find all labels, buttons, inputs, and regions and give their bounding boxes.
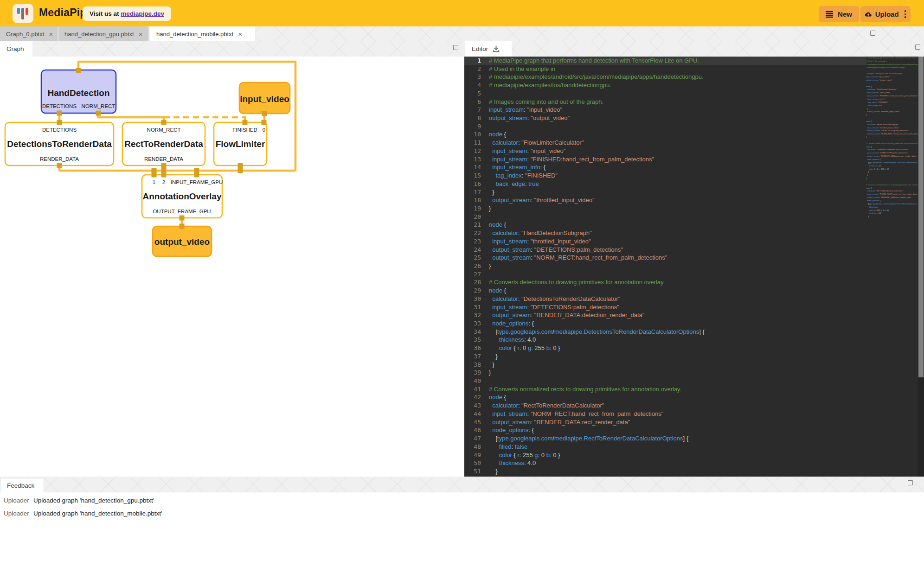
code-line[interactable]: 9 bbox=[464, 122, 924, 131]
close-tab-icon[interactable]: × bbox=[139, 31, 143, 38]
close-tab-icon[interactable]: × bbox=[49, 31, 53, 38]
line-number: 8 bbox=[464, 114, 481, 122]
code-line[interactable]: 3# mediapipie/examples/android/src/java/… bbox=[464, 73, 924, 81]
line-number: 13 bbox=[464, 155, 481, 164]
graph-node-AnnotationOverlay[interactable]: AnnotationOverlay12INPUT_FRAME_GPUOUTPUT… bbox=[142, 175, 223, 218]
line-number: 48 bbox=[464, 443, 481, 451]
code-line[interactable]: 25 output_stream: "NORM_RECT:hand_rect_f… bbox=[464, 254, 924, 262]
code-line[interactable]: 45 output_stream: "RENDER_DATA:rect_rend… bbox=[464, 418, 924, 427]
line-number: 19 bbox=[464, 204, 481, 213]
more-options-icon[interactable] bbox=[905, 10, 906, 18]
tab-graph[interactable]: Graph bbox=[0, 41, 32, 57]
port-marker bbox=[238, 163, 243, 168]
mediapipe-dev-link[interactable]: mediapipe.dev bbox=[121, 10, 164, 17]
code-line[interactable]: 34 [type.googleapis.com/mediapipe.Detect… bbox=[464, 328, 924, 336]
code-line[interactable]: 42node { bbox=[464, 393, 924, 401]
graph-node-HandDetection[interactable]: HandDetectionDETECTIONSNORM_RECT bbox=[41, 70, 116, 113]
code-line[interactable]: 35 thickness: 4.0 bbox=[464, 336, 924, 344]
code-line[interactable]: 13 input_stream: "FINISHED:hand_rect_fro… bbox=[464, 155, 924, 164]
code-line[interactable]: 24 output_stream: "DETECTIONS:palm_detec… bbox=[464, 246, 924, 254]
code-line[interactable]: 26} bbox=[464, 262, 924, 270]
code-line[interactable]: 33 node_options: { bbox=[464, 319, 924, 328]
code-line[interactable]: 22 calculator: "HandDetectionSubgraph" bbox=[464, 229, 924, 237]
code-line[interactable]: 46 node_options: { bbox=[464, 426, 924, 434]
graph-node-input_video[interactable]: input_video bbox=[239, 83, 290, 114]
new-button[interactable]: New bbox=[819, 6, 859, 22]
code-line[interactable]: 39} bbox=[464, 369, 924, 377]
graph-canvas[interactable]: HandDetectionDETECTIONSNORM_RECTinput_vi… bbox=[0, 57, 464, 477]
code-line[interactable]: 23 input_stream: "throttled_input_video" bbox=[464, 237, 924, 246]
code-line[interactable]: 30 calculator: "DetectionsToRenderDataCa… bbox=[464, 295, 924, 303]
code-line[interactable]: 16 back_edge: true bbox=[464, 180, 924, 188]
code-line[interactable]: 6# Images coming into and out of the gra… bbox=[464, 98, 924, 106]
code-line[interactable]: 21node { bbox=[464, 221, 924, 229]
node-title: AnnotationOverlay bbox=[143, 191, 222, 201]
node-input-port-label: 0 bbox=[263, 127, 265, 133]
line-number: 6 bbox=[464, 98, 481, 106]
code-line[interactable]: 43 calculator: "RectToRenderDataCalculat… bbox=[464, 401, 924, 410]
code-line[interactable]: 50 thickness: 4.0 bbox=[464, 459, 924, 467]
code-line[interactable]: 36 color { r: 0 g: 255 b: 0 } bbox=[464, 344, 924, 352]
code-line[interactable]: 8output_stream: "output_video" bbox=[464, 114, 924, 122]
code-line[interactable]: 32 output_stream: "RENDER_DATA:detection… bbox=[464, 311, 924, 319]
code-line[interactable]: 7input_stream: "input_video" bbox=[464, 106, 924, 114]
code-line[interactable]: 27 bbox=[464, 270, 924, 279]
code-line[interactable]: 10node { bbox=[464, 130, 924, 139]
code-text: color { r: 0 g: 255 b: 0 } bbox=[489, 344, 560, 352]
popout-window-icon-editor[interactable] bbox=[915, 45, 920, 50]
visit-badge: Visit us at mediapipe.dev bbox=[83, 6, 171, 21]
code-line[interactable]: 40 bbox=[464, 377, 924, 385]
code-line[interactable]: 48 filled: false bbox=[464, 443, 924, 451]
line-number: 5 bbox=[464, 89, 481, 98]
node-title: DetectionsToRenderData bbox=[7, 139, 112, 149]
code-line[interactable]: 11 calculator: "FlowLimiterCalculator" bbox=[464, 139, 924, 147]
code-line[interactable]: 19} bbox=[464, 204, 924, 213]
code-line[interactable]: 29node { bbox=[464, 286, 924, 295]
code-lines[interactable]: 1# MediaPipe graph that performs hand de… bbox=[464, 57, 924, 476]
code-line[interactable]: 49 color { r: 255 g: 0 b: 0 } bbox=[464, 451, 924, 459]
code-line[interactable]: 5 bbox=[464, 89, 924, 98]
graph-node-FlowLimiter[interactable]: FlowLimiterFINISHED0 bbox=[214, 122, 267, 166]
code-line[interactable]: 51 } bbox=[464, 467, 924, 476]
code-line[interactable]: 44 input_stream: "NORM_RECT:hand_rect_fr… bbox=[464, 410, 924, 418]
code-line[interactable]: 18 output_stream: "throttled_input_video… bbox=[464, 196, 924, 204]
code-line[interactable]: 17 } bbox=[464, 188, 924, 197]
close-tab-icon[interactable]: × bbox=[238, 31, 242, 38]
download-icon[interactable] bbox=[492, 45, 500, 53]
code-line[interactable]: 28# Converts detections to drawing primi… bbox=[464, 278, 924, 286]
editor-scrollbar[interactable] bbox=[918, 57, 924, 477]
line-number: 33 bbox=[464, 319, 481, 328]
port-marker bbox=[152, 168, 157, 173]
file-tab-2[interactable]: hand_detection_mobile.pbtxt× bbox=[150, 26, 255, 41]
code-line[interactable]: 20 bbox=[464, 213, 924, 221]
code-line[interactable]: 4# mediapipie/examples/ios/handdetection… bbox=[464, 81, 924, 89]
code-line[interactable]: 37 } bbox=[464, 352, 924, 361]
code-line[interactable]: 38 } bbox=[464, 361, 924, 369]
code-line[interactable]: 47 [type.googleapis.com/mediapipe.RectTo… bbox=[464, 434, 924, 443]
popout-window-icon-feedback[interactable] bbox=[908, 480, 913, 485]
graph-node-output_video[interactable]: output_video bbox=[153, 226, 212, 256]
popout-window-icon-graph[interactable] bbox=[453, 45, 458, 50]
feedback-source: Uploader bbox=[4, 510, 29, 517]
code-text: filled: false bbox=[489, 443, 527, 451]
popout-window-icon-tabs[interactable] bbox=[870, 31, 875, 36]
code-line[interactable]: 1# MediaPipe graph that performs hand de… bbox=[464, 57, 924, 65]
code-line[interactable]: 2# Used in the example in bbox=[464, 65, 924, 73]
code-line[interactable]: 41# Converts normalized rects to drawing… bbox=[464, 385, 924, 394]
code-line[interactable]: 14 input_stream_info: { bbox=[464, 163, 924, 172]
graph-node-RectToRenderData[interactable]: RectToRenderDataNORM_RECTRENDER_DATA bbox=[122, 122, 205, 166]
code-line[interactable]: 15 tag_index: "FINISHED" bbox=[464, 172, 924, 180]
upload-button[interactable]: Upload bbox=[860, 6, 911, 22]
file-tab-label: Graph_0.pbtxt bbox=[6, 31, 44, 38]
scrollbar-thumb[interactable] bbox=[918, 57, 924, 377]
tab-editor[interactable]: Editor bbox=[465, 41, 512, 57]
file-tab-0[interactable]: Graph_0.pbtxt× bbox=[0, 26, 58, 41]
code-line[interactable]: 12 input_stream: "input_video" bbox=[464, 147, 924, 155]
tab-feedback[interactable]: Feedback bbox=[0, 478, 44, 492]
code-line[interactable]: 31 input_stream: "DETECTIONS:palm_detect… bbox=[464, 303, 924, 312]
code-editor[interactable]: 1# MediaPipe graph that performs hand de… bbox=[464, 57, 924, 477]
panel-header-row: Graph Editor bbox=[0, 41, 924, 57]
editor-minimap[interactable]: # MediaPipe graph that performs hand det… bbox=[866, 57, 918, 477]
file-tab-1[interactable]: hand_detection_gpu.pbtxt× bbox=[58, 26, 148, 41]
graph-node-DetectionsToRenderData[interactable]: DetectionsToRenderDataDETECTIONSRENDER_D… bbox=[5, 122, 114, 166]
